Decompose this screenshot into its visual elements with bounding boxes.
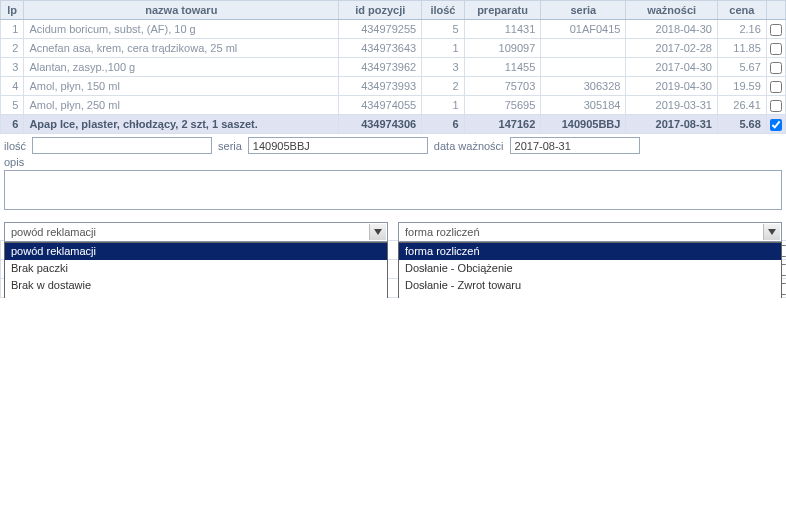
reason-value: powód reklamacji	[11, 226, 96, 238]
cell-prep: 147162	[464, 115, 541, 134]
chevron-down-icon[interactable]	[369, 224, 386, 240]
cell-prep: 75703	[464, 77, 541, 96]
col-ilosc[interactable]: ilość	[422, 1, 465, 20]
cell-wazn: 2017-08-31	[626, 115, 717, 134]
cell-name: Alantan, zasyp.,100 g	[24, 58, 339, 77]
cell-cena: 2.16	[717, 20, 766, 39]
col-name[interactable]: nazwa towaru	[24, 1, 339, 20]
table-row[interactable]: 4Amol, płyn, 150 ml434973993275703306328…	[1, 77, 786, 96]
cell-cena: 11.85	[717, 39, 766, 58]
cell-idpoz: 434973643	[339, 39, 422, 58]
col-wazn[interactable]: ważności	[626, 1, 717, 20]
wazn-label: data ważności	[434, 140, 504, 152]
cell-lp: 3	[1, 58, 24, 77]
table-row[interactable]: 5Amol, płyn, 250 ml434974055175695305184…	[1, 96, 786, 115]
cell-prep: 75695	[464, 96, 541, 115]
cell-prep: 11455	[464, 58, 541, 77]
cell-ilosc: 6	[422, 115, 465, 134]
cell-seria: 306328	[541, 77, 626, 96]
dropdown-option[interactable]: Dosłanie braku w dostawie	[399, 294, 781, 298]
cell-seria	[541, 39, 626, 58]
row-checkbox[interactable]	[770, 24, 782, 36]
row-checkbox[interactable]	[770, 81, 782, 93]
seria-input[interactable]	[248, 137, 428, 154]
cell-name: Acnefan asa, krem, cera trądzikowa, 25 m…	[24, 39, 339, 58]
seria-label: seria	[218, 140, 242, 152]
cell-ilosc: 1	[422, 39, 465, 58]
settle-value: forma rozliczeń	[405, 226, 480, 238]
header-row: lp nazwa towaru id pozycji ilość prepara…	[1, 1, 786, 20]
cell-wazn: 2018-04-30	[626, 20, 717, 39]
cell-ilosc: 2	[422, 77, 465, 96]
table-row[interactable]: 6Apap Ice, plaster, chłodzący, 2 szt, 1 …	[1, 115, 786, 134]
dropdown-option[interactable]: Brak paczki	[5, 260, 387, 277]
col-lp[interactable]: lp	[1, 1, 24, 20]
items-table: lp nazwa towaru id pozycji ilość prepara…	[0, 0, 786, 134]
reason-select[interactable]: powód reklamacji powód reklamacjiBrak pa…	[4, 222, 388, 242]
dropdown-option[interactable]: Dostawa nieprzyjęta przez klienta	[5, 294, 387, 298]
ilosc-label: ilość	[4, 140, 26, 152]
cell-seria: 140905BBJ	[541, 115, 626, 134]
dropdown-option[interactable]: Dosłanie - Obciążenie	[399, 260, 781, 277]
cell-ilosc: 5	[422, 20, 465, 39]
cell-idpoz: 434974306	[339, 115, 422, 134]
cell-idpoz: 434974055	[339, 96, 422, 115]
table-row[interactable]: 1Acidum boricum, subst, (AF), 10 g434979…	[1, 20, 786, 39]
cell-seria	[541, 58, 626, 77]
cell-lp: 5	[1, 96, 24, 115]
cell-wazn: 2019-04-30	[626, 77, 717, 96]
cell-checkbox	[766, 115, 785, 134]
table-row[interactable]: 3Alantan, zasyp.,100 g434973962311455201…	[1, 58, 786, 77]
settle-dropdown[interactable]: forma rozliczeńDosłanie - ObciążenieDosł…	[398, 242, 782, 298]
cell-checkbox	[766, 20, 785, 39]
opis-label: opis	[4, 156, 24, 168]
cell-ilosc: 3	[422, 58, 465, 77]
dropdown-option[interactable]: forma rozliczeń	[399, 243, 781, 260]
chevron-down-icon[interactable]	[763, 224, 780, 240]
col-cena[interactable]: cena	[717, 1, 766, 20]
cell-cena: 5.67	[717, 58, 766, 77]
cell-lp: 2	[1, 39, 24, 58]
cell-lp: 4	[1, 77, 24, 96]
col-idpoz[interactable]: id pozycji	[339, 1, 422, 20]
col-prep[interactable]: preparatu	[464, 1, 541, 20]
cell-idpoz: 434973962	[339, 58, 422, 77]
reason-dropdown[interactable]: powód reklamacjiBrak paczkiBrak w dostaw…	[4, 242, 388, 298]
row-checkbox[interactable]	[770, 119, 782, 131]
dropdown-option[interactable]: powód reklamacji	[5, 243, 387, 260]
cell-name: Amol, płyn, 150 ml	[24, 77, 339, 96]
cell-name: Amol, płyn, 250 ml	[24, 96, 339, 115]
cell-cena: 26.41	[717, 96, 766, 115]
row-checkbox[interactable]	[770, 100, 782, 112]
cell-checkbox	[766, 58, 785, 77]
cell-idpoz: 434973993	[339, 77, 422, 96]
cell-checkbox	[766, 77, 785, 96]
row-checkbox[interactable]	[770, 62, 782, 74]
dropdown-option[interactable]: Brak w dostawie	[5, 277, 387, 294]
opis-input[interactable]	[4, 170, 782, 210]
wazn-input[interactable]	[510, 137, 640, 154]
cell-name: Acidum boricum, subst, (AF), 10 g	[24, 20, 339, 39]
settle-select[interactable]: forma rozliczeń forma rozliczeńDosłanie …	[398, 222, 782, 242]
cell-wazn: 2017-02-28	[626, 39, 717, 58]
cell-checkbox	[766, 39, 785, 58]
cell-wazn: 2019-03-31	[626, 96, 717, 115]
cell-ilosc: 1	[422, 96, 465, 115]
opis-row: opis	[0, 156, 786, 216]
detail-form-row: ilość seria data ważności	[0, 134, 786, 156]
table-row[interactable]: 2Acnefan asa, krem, cera trądzikowa, 25 …	[1, 39, 786, 58]
cell-cena: 5.68	[717, 115, 766, 134]
cell-prep: 11431	[464, 20, 541, 39]
cell-prep: 109097	[464, 39, 541, 58]
cell-lp: 1	[1, 20, 24, 39]
cell-idpoz: 434979255	[339, 20, 422, 39]
dropdown-option[interactable]: Dosłanie - Zwrot towaru	[399, 277, 781, 294]
cell-wazn: 2017-04-30	[626, 58, 717, 77]
ilosc-input[interactable]	[32, 137, 212, 154]
cell-name: Apap Ice, plaster, chłodzący, 2 szt, 1 s…	[24, 115, 339, 134]
col-chk	[766, 1, 785, 20]
col-seria[interactable]: seria	[541, 1, 626, 20]
row-checkbox[interactable]	[770, 43, 782, 55]
cell-cena: 19.59	[717, 77, 766, 96]
selects-row: powód reklamacji powód reklamacjiBrak pa…	[0, 216, 786, 242]
